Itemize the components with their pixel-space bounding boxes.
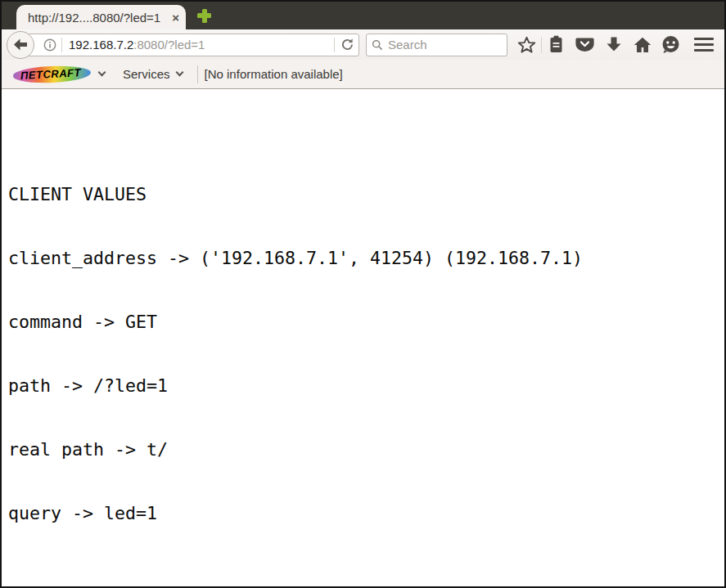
- clipboard-icon: [548, 35, 564, 54]
- hello-smiley-icon: [661, 35, 680, 54]
- url-path: :8080/?led=1: [133, 38, 205, 52]
- reload-separator: [334, 38, 335, 52]
- page-content: CLIENT VALUES client_address -> ('192.16…: [2, 89, 724, 557]
- chevron-down-icon: [175, 69, 183, 77]
- search-box[interactable]: [366, 34, 507, 56]
- content-line: path -> /?led=1: [8, 375, 718, 397]
- content-line: command -> GET: [8, 312, 718, 333]
- back-arrow-icon: [13, 38, 28, 51]
- url-text[interactable]: 192.168.7.2:8080/?led=1: [69, 38, 334, 52]
- reload-button[interactable]: [334, 38, 354, 52]
- reload-icon: [340, 38, 354, 52]
- site-info-icon[interactable]: [43, 38, 56, 52]
- chevron-down-icon: [98, 69, 106, 77]
- new-tab-button[interactable]: [197, 9, 211, 23]
- back-button[interactable]: [7, 31, 34, 59]
- home-button[interactable]: [628, 33, 656, 57]
- toolbar-icons: [512, 33, 718, 57]
- tab-title: http://192....8080/?led=1: [28, 11, 169, 25]
- pocket-button[interactable]: [570, 33, 599, 57]
- content-line: real path -> t/: [8, 439, 718, 460]
- urlbar-separator: [61, 38, 62, 52]
- search-input[interactable]: [388, 38, 502, 52]
- hello-button[interactable]: [656, 33, 685, 57]
- url-bar[interactable]: 192.168.7.2:8080/?led=1: [21, 34, 359, 56]
- download-arrow-icon: [606, 37, 622, 52]
- section-title: CLIENT VALUES: [8, 184, 718, 205]
- url-host: 192.168.7.2: [69, 38, 133, 52]
- client-values-section: CLIENT VALUES client_address -> ('192.16…: [8, 141, 718, 557]
- content-line: query -> led=1: [8, 503, 718, 524]
- services-menu[interactable]: Services: [115, 67, 191, 81]
- star-icon: [517, 36, 536, 54]
- site-rank-info: [No information available]: [205, 67, 343, 81]
- search-icon: [372, 38, 383, 52]
- browser-window: http://192....8080/?led=1 × 192.168.7.2:…: [0, 0, 726, 588]
- hamburger-menu-icon: [694, 38, 714, 52]
- netcraft-logo: ΠETCRAFT: [13, 64, 92, 84]
- bookmarks-separator: [197, 65, 198, 83]
- bookmarks-toolbar: ΠETCRAFT Services [No information availa…: [2, 60, 724, 89]
- menu-button[interactable]: [689, 33, 718, 57]
- tab-close-icon[interactable]: ×: [172, 11, 179, 24]
- navigation-toolbar: 192.168.7.2:8080/?led=1: [2, 29, 724, 60]
- services-label: Services: [123, 67, 170, 81]
- downloads-button[interactable]: [599, 33, 628, 57]
- bookmarks-menu-button[interactable]: [542, 33, 570, 57]
- tab-bar: http://192....8080/?led=1 ×: [2, 2, 724, 29]
- pocket-icon: [575, 37, 594, 53]
- home-icon: [634, 37, 652, 53]
- active-tab[interactable]: http://192....8080/?led=1 ×: [16, 5, 186, 29]
- bookmark-star-button[interactable]: [512, 33, 541, 57]
- netcraft-extension-button[interactable]: ΠETCRAFT: [10, 66, 108, 83]
- content-line: client_address -> ('192.168.7.1', 41254)…: [8, 248, 718, 269]
